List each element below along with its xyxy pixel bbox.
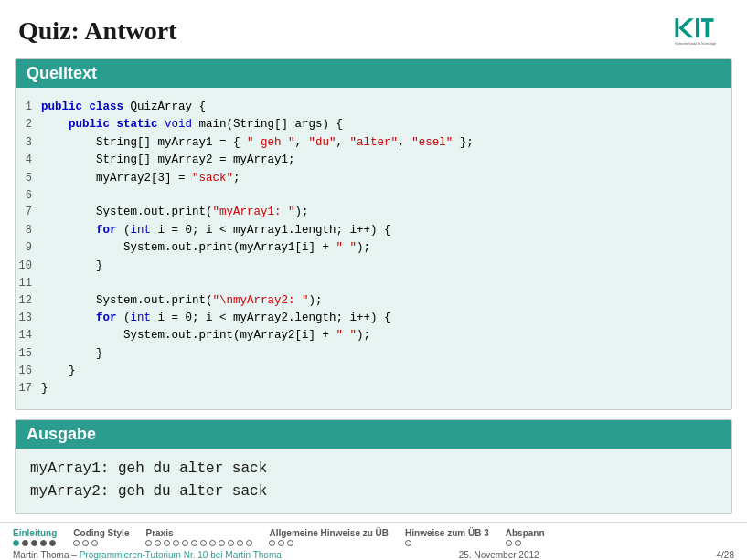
nav-dot	[209, 540, 216, 546]
ausgabe-body: myArray1: geh du alter sackmyArray2: geh…	[16, 449, 731, 513]
nav-dot	[237, 540, 243, 546]
nav-dot	[278, 540, 284, 546]
nav-dot	[182, 540, 188, 546]
line-number: 9	[16, 239, 41, 257]
kit-logo-svg: Karlsruher Institut für Technologie	[674, 13, 729, 49]
nav-section: Einleitung	[13, 528, 57, 546]
nav-dot	[164, 540, 170, 546]
nav-dot	[49, 540, 56, 546]
main-content: Quelltext 1public class QuizArray {2 pub…	[0, 58, 747, 522]
line-number: 14	[16, 327, 41, 344]
line-number: 10	[16, 258, 41, 275]
code-line: 7 System.out.print("myArray1: ");	[16, 204, 731, 221]
author-link[interactable]: Programmieren-Tutorium Nr. 10 bei Martin…	[80, 550, 282, 560]
nav-section-label: Coding Style	[73, 528, 129, 538]
line-number: 16	[16, 363, 41, 380]
ausgabe-header: Ausgabe	[16, 420, 731, 449]
line-number: 11	[16, 275, 41, 292]
code-text: myArray2[3] = "sack";	[41, 170, 240, 187]
nav-dots	[506, 540, 545, 546]
footer-date: 25. November 2012	[459, 550, 539, 560]
line-number: 7	[16, 204, 41, 221]
nav-section: Allgemeine Hinweise zu ÜB	[269, 528, 389, 546]
nav-dot	[13, 540, 19, 546]
line-number: 15	[16, 345, 41, 363]
nav-dot	[31, 540, 37, 546]
code-text: }	[41, 363, 76, 380]
code-text: System.out.print(myArray2[i] + " ");	[41, 327, 370, 344]
nav-dot	[145, 540, 152, 546]
code-text: String[] myArray1 = { " geh ", "du", "al…	[41, 134, 474, 152]
nav-dot	[191, 540, 197, 546]
nav-dots	[405, 540, 489, 546]
code-line: 4 String[] myArray2 = myArray1;	[16, 152, 731, 169]
footer: EinleitungCoding StylePraxisAllgemeine H…	[0, 522, 747, 560]
line-number: 8	[16, 222, 41, 239]
nav-section: Praxis	[145, 528, 252, 546]
footer-bottom: Martin Thoma – Programmieren-Tutorium Nr…	[13, 550, 734, 560]
line-number: 6	[16, 187, 41, 205]
code-line: 2 public static void main(String[] args)…	[16, 116, 731, 133]
nav-dot	[200, 540, 207, 546]
code-line: 13 for (int i = 0; i < myArray2.length; …	[16, 310, 731, 327]
nav-dots	[145, 540, 252, 546]
nav-dot	[246, 540, 252, 546]
code-text: }	[41, 258, 103, 275]
svg-rect-3	[696, 18, 699, 37]
footer-author: Martin Thoma – Programmieren-Tutorium Nr…	[13, 550, 282, 560]
line-number: 1	[16, 99, 41, 116]
nav-dot	[82, 540, 89, 546]
footer-page: 4/28	[717, 550, 734, 560]
code-line: 11	[16, 275, 731, 292]
code-text: System.out.print(myArray1[i] + " ");	[41, 239, 370, 257]
nav-section-label: Allgemeine Hinweise zu ÜB	[269, 528, 389, 538]
code-line: 16 }	[16, 363, 731, 380]
code-text: for (int i = 0; i < myArray2.length; i++…	[41, 310, 391, 327]
code-block: 1public class QuizArray {2 public static…	[16, 95, 731, 402]
nav-section-label: Einleitung	[13, 528, 57, 538]
code-text: for (int i = 0; i < myArray1.length; i++…	[41, 222, 391, 239]
slide: Quiz: Antwort Karlsruher Institut für Te…	[0, 0, 747, 560]
nav-dot	[155, 540, 161, 546]
line-number: 5	[16, 170, 41, 187]
line-number: 2	[16, 116, 41, 133]
line-number: 12	[16, 292, 41, 310]
nav-dot	[22, 540, 28, 546]
code-line: 10 }	[16, 258, 731, 275]
slide-title: Quiz: Antwort	[18, 16, 176, 46]
svg-text:Karlsruher Institut für Techno: Karlsruher Institut für Technologie	[676, 42, 717, 46]
ausgabe-box: Ausgabe myArray1: geh du alter sackmyArr…	[15, 419, 732, 514]
code-line: 17}	[16, 380, 731, 397]
svg-rect-5	[706, 22, 710, 37]
nav-dots	[269, 540, 389, 546]
code-line: 9 System.out.print(myArray1[i] + " ");	[16, 239, 731, 257]
output-line: myArray1: geh du alter sack	[30, 458, 717, 481]
code-line: 1public class QuizArray {	[16, 99, 731, 116]
code-line: 5 myArray2[3] = "sack";	[16, 170, 731, 187]
code-line: 15 }	[16, 345, 731, 363]
nav-dot	[219, 540, 225, 546]
nav-dot	[173, 540, 179, 546]
code-line: 8 for (int i = 0; i < myArray1.length; i…	[16, 222, 731, 239]
line-number: 3	[16, 134, 41, 152]
nav-dots	[13, 540, 57, 546]
code-text: System.out.print("\nmyArray2: ");	[41, 292, 323, 310]
nav-dot	[91, 540, 98, 546]
nav-dot	[405, 540, 411, 546]
line-number: 4	[16, 152, 41, 169]
nav-dot	[506, 540, 512, 546]
nav-dot	[515, 540, 521, 546]
svg-rect-4	[701, 18, 714, 22]
quelltext-header: Quelltext	[16, 59, 731, 88]
nav-section: Abspann	[506, 528, 545, 546]
code-line: 3 String[] myArray1 = { " geh ", "du", "…	[16, 134, 731, 152]
quelltext-body: 1public class QuizArray {2 public static…	[16, 88, 731, 409]
nav-section-label: Praxis	[145, 528, 252, 538]
code-text: public static void main(String[] args) {	[41, 116, 343, 133]
nav-dots	[73, 540, 129, 546]
author-text: Martin Thoma –	[13, 550, 77, 560]
nav-section: Hinweise zum ÜB 3	[405, 528, 489, 546]
nav-section: Coding Style	[73, 528, 129, 546]
kit-logo: Karlsruher Institut für Technologie	[674, 13, 729, 49]
nav-dot	[228, 540, 234, 546]
